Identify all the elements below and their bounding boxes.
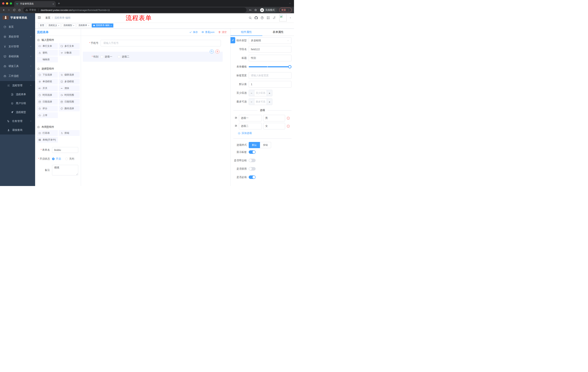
- remove-option-button[interactable]: [286, 125, 290, 128]
- max-select-stepper[interactable]: − 最多可选 +: [249, 98, 272, 105]
- toggle-是否带边框[interactable]: [249, 159, 256, 162]
- form-grid-slider[interactable]: [249, 64, 292, 70]
- sidebar-item-支付管理[interactable]: 支付管理: [0, 42, 35, 52]
- tag-close-icon[interactable]: ×: [73, 24, 74, 27]
- palette-item-上传[interactable]: 上传: [37, 112, 58, 118]
- tab-表单属性[interactable]: 表单属性: [262, 29, 294, 36]
- title-input[interactable]: 性别: [249, 55, 292, 61]
- font-size-icon[interactable]: [273, 16, 276, 20]
- close-window-button[interactable]: [2, 2, 4, 5]
- delete-widget-button[interactable]: [215, 50, 220, 53]
- sidebar-item-流程管理[interactable]: 流程管理: [0, 81, 35, 90]
- palette-item-日期范围[interactable]: 日期范围: [59, 99, 80, 105]
- gender-widget-selected[interactable]: *性别 选项一 选项二: [83, 52, 223, 62]
- palette-item-单选框组[interactable]: 单选框组: [37, 79, 58, 85]
- 清空-button[interactable]: 清空: [218, 31, 227, 34]
- drag-handle[interactable]: [234, 116, 237, 120]
- new-tab-button[interactable]: +: [58, 2, 60, 5]
- default-value-input[interactable]: 1: [249, 81, 292, 87]
- reload-icon[interactable]: [13, 9, 16, 11]
- sidebar-item-任务管理[interactable]: 任务管理: [0, 117, 35, 126]
- palette-item-计数器[interactable]: 计数器: [59, 50, 80, 56]
- checkbox-icon[interactable]: [101, 55, 103, 58]
- min-select-value[interactable]: 至少应选: [254, 90, 267, 96]
- help-icon[interactable]: [261, 16, 264, 20]
- gender-option-1[interactable]: 选项一: [101, 55, 112, 58]
- palette-item-滑块[interactable]: 滑块: [59, 85, 80, 91]
- phone-input[interactable]: 请输入手机号: [101, 40, 221, 46]
- drawer-link-handle[interactable]: [231, 37, 235, 43]
- security-chip[interactable]: 不安全: [25, 8, 36, 12]
- palette-item-多行文本[interactable]: 多行文本: [59, 43, 80, 49]
- palette-item-下拉选择[interactable]: 下拉选择: [37, 72, 58, 78]
- sidebar-item-请假查询[interactable]: 请假查询: [0, 126, 35, 135]
- sidebar-item-研发工具[interactable]: 研发工具: [0, 61, 35, 71]
- tab-list-chevron-icon[interactable]: [289, 2, 291, 5]
- breadcrumb-home[interactable]: 首页: [45, 16, 50, 20]
- tag-流程表单-编辑[interactable]: 流程表单-编辑×: [92, 23, 113, 28]
- toggle-是否禁用[interactable]: [249, 167, 256, 170]
- address-bar[interactable]: 不安全 dashboard.yudao.iocoder.cn/bpm/manag…: [23, 8, 247, 12]
- forward-icon[interactable]: [8, 9, 10, 11]
- sidebar-item-系统管理[interactable]: 系统管理: [0, 32, 35, 42]
- sidebar-logo[interactable]: 芋道管理系统: [0, 13, 35, 22]
- gender-option-2[interactable]: 选项二: [118, 55, 129, 58]
- palette-item-密码[interactable]: 密码: [37, 50, 58, 56]
- palette-item-时间选择[interactable]: 时间选择: [37, 92, 58, 98]
- style-option-按钮[interactable]: 按钮: [260, 142, 271, 148]
- component-type-select[interactable]: 多选框组: [249, 37, 292, 44]
- back-icon[interactable]: [2, 9, 5, 11]
- phone-field-row[interactable]: *手机号 请输入手机号: [81, 40, 230, 46]
- chrome-update-button[interactable]: 更新: [279, 8, 292, 12]
- remove-option-button[interactable]: [286, 117, 290, 120]
- browser-tab[interactable]: 芋道管理系统 ×: [14, 1, 56, 7]
- option-name-input[interactable]: 选项一: [239, 115, 262, 121]
- tag-流程定义[interactable]: 流程定义×: [47, 23, 61, 28]
- style-option-默认[interactable]: 默认: [249, 142, 260, 148]
- slider-track[interactable]: [249, 66, 292, 67]
- slider-handle[interactable]: [288, 65, 292, 68]
- toggle-显示标签[interactable]: [249, 150, 256, 154]
- sidebar-item-首页[interactable]: 首页: [0, 22, 35, 32]
- zoom-window-button[interactable]: [10, 2, 12, 5]
- password-key-icon[interactable]: [249, 9, 252, 11]
- tab-close-button[interactable]: ×: [52, 3, 54, 5]
- tag-close-icon[interactable]: ×: [58, 24, 59, 27]
- stepper-minus-button[interactable]: −: [249, 90, 254, 96]
- palette-item-表格[开发中][interactable]: 表格[开发中]: [37, 137, 58, 143]
- home-icon[interactable]: [18, 9, 21, 11]
- max-select-value[interactable]: 最多可选: [254, 99, 267, 105]
- sidebar-item-流程模型[interactable]: 流程模型: [0, 108, 35, 117]
- palette-item-级联选择[interactable]: 级联选择: [59, 72, 80, 78]
- drag-handle[interactable]: [234, 124, 237, 128]
- radio-icon[interactable]: [65, 158, 68, 160]
- remark-textarea[interactable]: 嘿嘿: [52, 165, 78, 175]
- window-controls[interactable]: [0, 2, 14, 5]
- github-icon[interactable]: [254, 16, 258, 20]
- form-name-input[interactable]: biubiu: [52, 147, 78, 153]
- 保存-button[interactable]: 保存: [189, 31, 198, 34]
- tab-组件属性[interactable]: 组件属性: [231, 29, 262, 36]
- tag-close-icon[interactable]: ×: [88, 24, 89, 27]
- tag-流程表单[interactable]: 流程表单×: [77, 23, 91, 28]
- browser-menu-kebab-icon[interactable]: [287, 9, 290, 11]
- field-name-input[interactable]: field122: [249, 46, 292, 53]
- radio-icon[interactable]: [52, 158, 55, 160]
- radio-开启[interactable]: 开启: [52, 157, 61, 160]
- sidebar-item-用户分组[interactable]: 用户分组: [0, 99, 35, 108]
- option-value-input[interactable]: 女: [263, 123, 285, 129]
- user-avatar-broken-image[interactable]: [279, 14, 286, 21]
- checkbox-icon[interactable]: [118, 55, 120, 58]
- search-icon[interactable]: [249, 16, 252, 20]
- palette-item-多选框组[interactable]: 多选框组: [59, 79, 80, 85]
- toggle-是否必填[interactable]: [249, 175, 256, 179]
- palette-item-单行文本[interactable]: 单行文本: [37, 43, 58, 49]
- label-width-input[interactable]: 请输入标签宽度: [249, 72, 292, 79]
- sidebar-collapse-button[interactable]: [37, 16, 41, 20]
- stepper-plus-button[interactable]: +: [267, 99, 272, 105]
- option-value-input[interactable]: 男: [263, 115, 285, 121]
- palette-item-编辑器[interactable]: 编辑器: [37, 57, 58, 63]
- palette-item-时间范围[interactable]: 时间范围: [59, 92, 80, 98]
- palette-item-开关[interactable]: 开关: [37, 85, 58, 91]
- palette-item-颜色选择[interactable]: 颜色选择: [59, 106, 80, 111]
